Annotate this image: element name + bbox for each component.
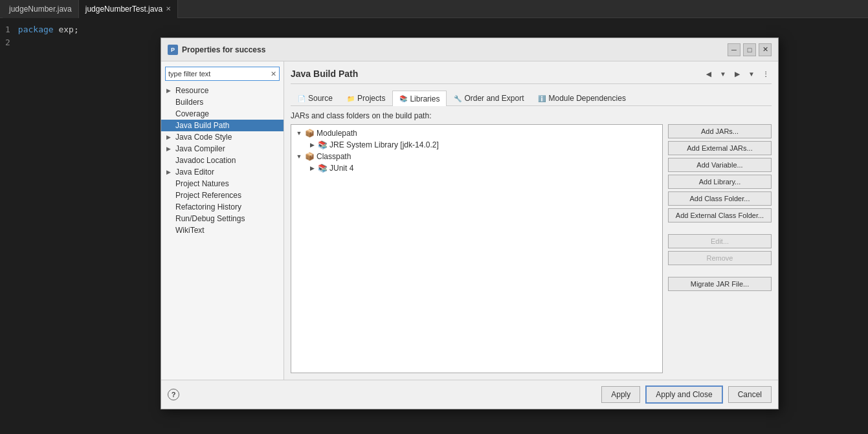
order-export-tab-icon: 🔧 [454, 95, 462, 102]
tab-source-label: Source [308, 94, 333, 103]
add-external-class-folder-button[interactable]: Add External Class Folder... [668, 208, 772, 222]
libraries-tab-icon: 📚 [399, 95, 407, 102]
tree-item-classpath[interactable]: ▼ 📦 Classpath [294, 151, 660, 162]
nav-item-java-build-path[interactable]: Java Build Path [161, 120, 284, 131]
tab-source[interactable]: 📄 Source [291, 91, 340, 105]
add-external-jars-button[interactable]: Add External JARs... [668, 141, 772, 155]
nav-item-javadoc-location[interactable]: Javadoc Location [161, 155, 284, 166]
nav-label-wikitext: WikiText [175, 226, 205, 235]
nav-item-project-references[interactable]: Project References [161, 190, 284, 201]
minimize-button[interactable]: ─ [728, 43, 740, 56]
junit4-arrow: ▶ [308, 165, 316, 171]
nav-label-java-build-path: Java Build Path [175, 121, 229, 130]
tab-libraries[interactable]: 📚 Libraries [392, 91, 447, 106]
add-jars-button[interactable]: Add JARs... [668, 124, 772, 138]
modulepath-label: Modulepath [317, 129, 357, 138]
filter-clear-icon[interactable]: ✕ [271, 70, 276, 78]
nav-arrow-resource: ▶ [166, 87, 173, 94]
tab-judgenumber[interactable]: judgeNumber.java [3, 0, 79, 18]
panel-title-text: Java Build Path [291, 69, 358, 79]
more-options-button[interactable]: ⋮ [760, 68, 772, 80]
apply-button[interactable]: Apply [601, 386, 640, 403]
jre-icon: 📚 [318, 140, 328, 149]
nav-label-refactoring-history: Refactoring History [175, 202, 241, 212]
content-tabs: 📄 Source 📁 Projects 📚 Libraries 🔧 Order … [291, 91, 772, 106]
add-variable-button[interactable]: Add Variable... [668, 158, 772, 172]
maximize-button[interactable]: □ [743, 43, 756, 56]
tab-libraries-label: Libraries [410, 94, 440, 103]
nav-label-javadoc-location: Javadoc Location [175, 156, 236, 165]
code-content: package exp; [18, 23, 79, 57]
classpath-icon: 📦 [305, 152, 315, 161]
jre-arrow: ▶ [308, 142, 316, 148]
tab-module-dependencies[interactable]: ℹ️ Module Dependencies [531, 91, 632, 105]
dialog-title: P Properties for success [168, 45, 265, 55]
filter-box[interactable]: ✕ [165, 67, 280, 81]
nav-item-java-compiler[interactable]: ▶ Java Compiler [161, 143, 284, 155]
jre-label: JRE System Library [jdk-14.0.2] [329, 140, 439, 149]
nav-label-run-debug-settings: Run/Debug Settings [175, 214, 245, 223]
cancel-button[interactable]: Cancel [728, 386, 772, 403]
add-library-button[interactable]: Add Library... [668, 175, 772, 189]
dialog-body: ✕ ▶ Resource Builders Coverage [161, 61, 778, 380]
module-dependencies-tab-icon: ℹ️ [538, 95, 546, 102]
forward-button[interactable]: ▶ [731, 68, 743, 80]
modulepath-icon: 📦 [305, 129, 315, 138]
classpath-arrow: ▼ [295, 153, 303, 160]
dialog-icon: P [168, 45, 178, 55]
line-numbers: 1 2 [0, 23, 18, 57]
nav-item-java-editor[interactable]: ▶ Java Editor [161, 166, 284, 178]
nav-label-project-references: Project References [175, 191, 241, 200]
forward-dropdown-button[interactable]: ▼ [746, 68, 757, 80]
dialog-bottom-left: ? [168, 389, 596, 400]
remove-button[interactable]: Remove [668, 251, 772, 265]
help-icon[interactable]: ? [168, 389, 179, 400]
junit4-label: JUnit 4 [329, 164, 353, 173]
right-panel: Java Build Path ◀ ▼ ▶ ▼ ⋮ 📄 Source [284, 61, 778, 380]
edit-button[interactable]: Edit... [668, 234, 772, 248]
button-spacer-2 [668, 268, 772, 274]
dialog-title-text: Properties for success [182, 45, 265, 54]
filter-input[interactable] [168, 70, 271, 78]
add-class-folder-button[interactable]: Add Class Folder... [668, 191, 772, 206]
apply-and-close-button[interactable]: Apply and Close [645, 385, 722, 404]
nav-item-wikitext[interactable]: WikiText [161, 224, 284, 236]
close-tab-icon[interactable]: ✕ [166, 5, 171, 12]
main-content-area: ▼ 📦 Modulepath ▶ 📚 JRE System Library [j… [291, 124, 772, 373]
build-path-label: JARs and class folders on the build path… [291, 111, 772, 120]
nav-item-project-natures[interactable]: Project Natures [161, 178, 284, 190]
action-buttons-panel: Add JARs... Add External JARs... Add Var… [668, 124, 772, 373]
panel-title-area: Java Build Path ◀ ▼ ▶ ▼ ⋮ [291, 68, 772, 84]
migrate-jar-file-button[interactable]: Migrate JAR File... [668, 277, 772, 291]
nav-label-java-compiler: Java Compiler [175, 144, 225, 153]
tree-item-modulepath[interactable]: ▼ 📦 Modulepath [294, 127, 660, 139]
tab-order-export-label: Order and Export [464, 94, 524, 103]
tab-projects-label: Projects [357, 94, 385, 103]
left-navigation: ✕ ▶ Resource Builders Coverage [161, 61, 284, 380]
nav-label-project-natures: Project Natures [175, 179, 229, 188]
nav-item-refactoring-history[interactable]: Refactoring History [161, 201, 284, 213]
nav-label-java-code-style: Java Code Style [175, 133, 232, 142]
tree-item-junit4[interactable]: ▶ 📚 JUnit 4 [307, 162, 660, 174]
back-dropdown-button[interactable]: ▼ [717, 68, 729, 80]
tree-item-jre-system-library[interactable]: ▶ 📚 JRE System Library [jdk-14.0.2] [307, 139, 660, 151]
nav-item-builders[interactable]: Builders [161, 96, 284, 108]
tab-label-judgenumbertest: judgeNumberTest.java [85, 5, 162, 14]
nav-item-java-code-style[interactable]: ▶ Java Code Style [161, 131, 284, 143]
tab-projects[interactable]: 📁 Projects [340, 91, 392, 105]
projects-tab-icon: 📁 [347, 95, 355, 102]
nav-item-resource[interactable]: ▶ Resource [161, 85, 284, 96]
nav-item-coverage[interactable]: Coverage [161, 108, 284, 120]
tab-judgenumbertest[interactable]: judgeNumberTest.java ✕ [79, 0, 178, 18]
tab-label-judgenumber: judgeNumber.java [9, 5, 72, 14]
tab-order-export[interactable]: 🔧 Order and Export [447, 91, 531, 105]
modulepath-arrow: ▼ [295, 130, 303, 136]
dialog-title-bar: P Properties for success ─ □ ✕ [161, 38, 778, 61]
nav-label-resource: Resource [175, 86, 208, 95]
close-button[interactable]: ✕ [759, 43, 772, 56]
source-tab-icon: 📄 [298, 95, 306, 102]
nav-tree: ▶ Resource Builders Coverage Java Build … [161, 83, 284, 380]
build-path-tree[interactable]: ▼ 📦 Modulepath ▶ 📚 JRE System Library [j… [291, 124, 663, 373]
nav-item-run-debug-settings[interactable]: Run/Debug Settings [161, 213, 284, 224]
back-button[interactable]: ◀ [703, 68, 715, 80]
